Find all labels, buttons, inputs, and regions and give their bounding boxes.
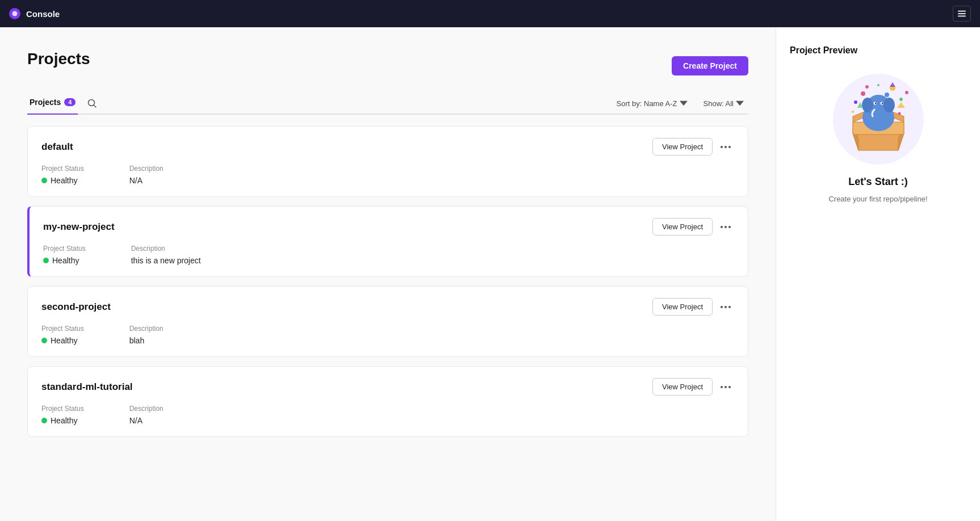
sort-control[interactable]: Sort by: Name A-Z	[612, 97, 692, 110]
desc-col-sp: Description blah	[129, 325, 164, 345]
view-project-button-default[interactable]: View Project	[652, 138, 713, 156]
svg-point-38	[905, 91, 908, 94]
desc-value-sp: blah	[129, 336, 164, 345]
svg-marker-39	[897, 102, 905, 108]
project-name-second-project: second-project	[41, 301, 111, 313]
status-dot-mnp	[43, 258, 49, 263]
svg-point-43	[852, 111, 854, 113]
status-label-smt: Project Status	[41, 405, 84, 413]
desc-label-sp: Description	[129, 325, 164, 333]
desc-col-default: Description N/A	[129, 165, 164, 185]
svg-point-11	[728, 226, 731, 228]
project-card-standard-ml-tutorial: standard-ml-tutorial View Project Projec…	[27, 366, 748, 437]
panel-illustration	[790, 74, 966, 165]
view-project-button-mnp[interactable]: View Project	[652, 218, 713, 236]
page-title: Projects	[27, 50, 90, 68]
svg-point-44	[877, 84, 880, 86]
project-card-default: default View Project Project Status Heal…	[27, 126, 748, 197]
svg-point-42	[898, 112, 901, 115]
status-col-mnp: Project Status Healthy	[43, 245, 86, 265]
search-button[interactable]	[82, 96, 102, 111]
projects-list: default View Project Project Status Heal…	[27, 126, 748, 437]
tab-projects-label: Projects	[30, 98, 61, 107]
status-label-sp: Project Status	[41, 325, 84, 333]
svg-point-36	[865, 85, 869, 89]
svg-point-0	[12, 11, 18, 16]
status-label-default: Project Status	[41, 165, 84, 173]
project-name-default: default	[41, 141, 73, 153]
svg-point-31	[881, 103, 882, 104]
svg-point-12	[721, 306, 723, 308]
svg-point-14	[728, 306, 731, 308]
desc-col-mnp: Description this is a new project	[131, 245, 201, 265]
status-dot-default	[41, 178, 47, 183]
project-card-header-mnp: my-new-project View Project	[43, 218, 734, 236]
more-options-button-sp[interactable]	[717, 304, 734, 310]
project-meta-sp: Project Status Healthy Description blah	[41, 325, 734, 345]
project-meta-mnp: Project Status Healthy Description this …	[43, 245, 734, 265]
status-label-mnp: Project Status	[43, 245, 86, 253]
svg-point-16	[724, 386, 727, 388]
project-meta-smt: Project Status Healthy Description N/A	[41, 405, 734, 425]
more-options-button-smt[interactable]	[717, 384, 734, 390]
create-project-button[interactable]: Create Project	[672, 56, 748, 75]
show-control[interactable]: Show: All	[699, 97, 748, 110]
project-card-header: default View Project	[41, 138, 734, 156]
elephant-illustration	[836, 77, 921, 162]
show-label: Show: All	[703, 99, 734, 108]
project-actions-default: View Project	[652, 138, 734, 156]
svg-point-10	[724, 226, 727, 228]
svg-rect-1	[958, 11, 966, 12]
project-card-my-new-project: my-new-project View Project Project Stat…	[27, 206, 748, 277]
app-logo	[9, 8, 20, 19]
project-actions-sp: View Project	[652, 298, 734, 316]
project-actions-smt: View Project	[652, 378, 734, 396]
view-project-button-sp[interactable]: View Project	[652, 298, 713, 316]
view-project-button-smt[interactable]: View Project	[652, 378, 713, 396]
tab-projects[interactable]: Projects 4	[27, 93, 78, 115]
svg-marker-18	[853, 133, 904, 150]
svg-point-8	[728, 146, 731, 148]
svg-point-29	[874, 103, 876, 104]
svg-point-32	[861, 91, 865, 96]
tab-bar: Projects 4 Sort by: Name A-Z Show: All	[27, 93, 748, 115]
layout: Projects Create Project Projects 4 Sort …	[0, 27, 980, 521]
desc-label-mnp: Description	[131, 245, 201, 253]
more-options-button-default[interactable]	[717, 144, 734, 150]
svg-point-37	[885, 93, 889, 97]
desc-label-smt: Description	[129, 405, 164, 413]
illustration-circle	[833, 74, 924, 165]
project-name-standard-ml-tutorial: standard-ml-tutorial	[41, 381, 133, 393]
topnav: Console	[0, 0, 980, 27]
project-actions-mnp: View Project	[652, 218, 734, 236]
main-content: Projects Create Project Projects 4 Sort …	[0, 27, 776, 521]
desc-value-smt: N/A	[129, 416, 164, 425]
status-value-smt: Healthy	[41, 416, 84, 425]
panel-title: Project Preview	[790, 45, 966, 56]
svg-point-13	[724, 306, 727, 308]
svg-rect-3	[958, 16, 966, 17]
panel-cta-desc: Create your first repo/pipeline!	[790, 194, 966, 205]
more-options-button-mnp[interactable]	[717, 224, 734, 230]
status-col-sp: Project Status Healthy	[41, 325, 84, 345]
svg-point-4	[89, 100, 95, 106]
svg-point-7	[724, 146, 727, 148]
status-value-sp: Healthy	[41, 336, 84, 345]
menu-button[interactable]	[953, 6, 971, 22]
project-card-second-project: second-project View Project Project Stat…	[27, 286, 748, 357]
app-title: Console	[26, 9, 60, 19]
project-card-header-sp: second-project View Project	[41, 298, 734, 316]
svg-point-6	[721, 146, 723, 148]
status-dot-sp	[41, 338, 47, 343]
status-col-default: Project Status Healthy	[41, 165, 84, 185]
svg-point-27	[883, 98, 895, 112]
project-meta-default: Project Status Healthy Description N/A	[41, 165, 734, 185]
desc-label-default: Description	[129, 165, 164, 173]
panel-cta-title: Let's Start :)	[790, 176, 966, 188]
status-dot-smt	[41, 418, 47, 423]
svg-point-15	[721, 386, 723, 388]
sort-label: Sort by: Name A-Z	[617, 99, 677, 108]
svg-point-9	[721, 226, 723, 228]
status-value-mnp: Healthy	[43, 256, 86, 265]
desc-col-smt: Description N/A	[129, 405, 164, 425]
